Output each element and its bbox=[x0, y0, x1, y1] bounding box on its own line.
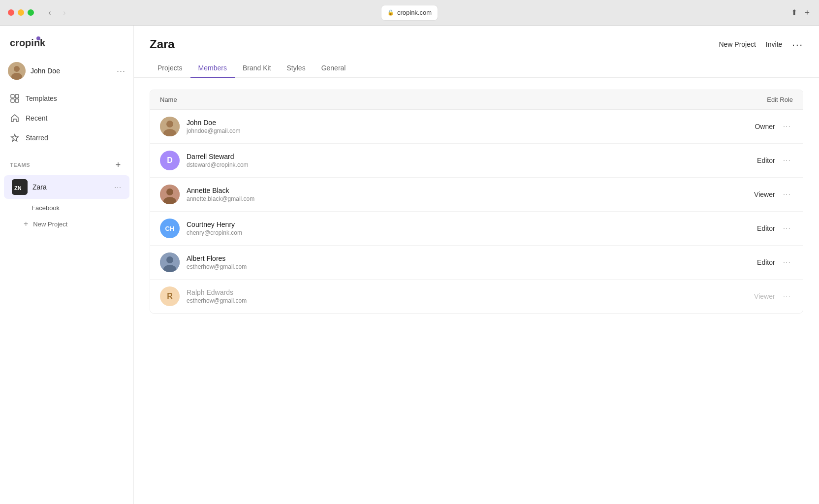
logo-svg: cropink bbox=[10, 35, 49, 49]
team-icon: ZN bbox=[12, 179, 28, 195]
member-role: Viewer bbox=[754, 292, 775, 300]
sub-items: Facebook bbox=[0, 200, 133, 216]
team-name: Zara bbox=[32, 183, 109, 191]
table-row: John Doe johndoe@gmail.com Owner ··· bbox=[150, 110, 803, 144]
table-header: Name Edit Role bbox=[150, 90, 803, 110]
team-more-button[interactable]: ··· bbox=[114, 183, 122, 191]
row-more-button[interactable]: ··· bbox=[781, 188, 793, 201]
app: cropink John Doe ··· bbox=[0, 26, 819, 504]
new-project-button[interactable]: New Project bbox=[719, 40, 756, 48]
table-row: R Ralph Edwards estherhow@gmail.com View… bbox=[150, 280, 803, 313]
member-role: Editor bbox=[757, 224, 775, 232]
avatar: CH bbox=[160, 219, 180, 238]
back-button[interactable]: ‹ bbox=[44, 7, 56, 19]
tabs: Projects Members Brand Kit Styles Genera… bbox=[134, 51, 819, 78]
tab-projects[interactable]: Projects bbox=[150, 59, 190, 78]
table-row: Albert Flores estherhow@gmail.com Editor… bbox=[150, 246, 803, 280]
row-more-button[interactable]: ··· bbox=[781, 222, 793, 235]
sidebar-item-starred[interactable]: Starred bbox=[0, 128, 133, 148]
share-button[interactable]: ⬆ bbox=[791, 8, 797, 17]
sidebar-item-label: Starred bbox=[26, 134, 48, 142]
member-info: Ralph Edwards estherhow@gmail.com bbox=[180, 288, 754, 304]
member-info: Darrell Steward dsteward@cropink.com bbox=[180, 153, 757, 168]
member-name: Darrell Steward bbox=[187, 153, 757, 160]
sub-item-label: Facebook bbox=[32, 204, 60, 212]
star-icon bbox=[10, 133, 20, 143]
tab-brand-kit[interactable]: Brand Kit bbox=[235, 59, 279, 78]
browser-nav-buttons: ‹ › bbox=[44, 7, 70, 19]
header-actions: New Project Invite ··· bbox=[719, 39, 803, 50]
member-email: johndoe@gmail.com bbox=[187, 127, 755, 134]
member-name: John Doe bbox=[187, 119, 755, 126]
avatar bbox=[160, 185, 180, 204]
sidebar-item-templates[interactable]: Templates bbox=[0, 89, 133, 108]
browser-actions: ⬆ ＋ bbox=[791, 7, 811, 18]
member-email: dsteward@cropink.com bbox=[187, 161, 757, 168]
sidebar: cropink John Doe ··· bbox=[0, 26, 134, 504]
tab-styles[interactable]: Styles bbox=[279, 59, 314, 78]
members-table: Name Edit Role John Doe johndoe@gm bbox=[150, 90, 803, 314]
user-more-button[interactable]: ··· bbox=[117, 66, 126, 76]
table-row: Annette Black annette.black@gmail.com Vi… bbox=[150, 178, 803, 212]
forward-button[interactable]: › bbox=[59, 7, 70, 19]
member-email: annette.black@gmail.com bbox=[187, 195, 754, 202]
member-name: Albert Flores bbox=[187, 254, 757, 262]
page-title: Zara bbox=[150, 37, 175, 51]
member-email: estherhow@gmail.com bbox=[187, 263, 757, 270]
row-more-button[interactable]: ··· bbox=[781, 290, 793, 303]
logo: cropink bbox=[10, 35, 124, 49]
user-name: John Doe bbox=[31, 67, 112, 75]
member-role-area: Editor ··· bbox=[757, 256, 793, 269]
add-team-button[interactable]: + bbox=[113, 159, 124, 170]
new-tab-button[interactable]: ＋ bbox=[803, 7, 811, 18]
avatar bbox=[8, 62, 26, 80]
row-more-button[interactable]: ··· bbox=[781, 120, 793, 133]
member-name: Ralph Edwards bbox=[187, 288, 754, 296]
sidebar-item-label: Templates bbox=[26, 94, 57, 102]
row-more-button[interactable]: ··· bbox=[781, 256, 793, 269]
svg-point-15 bbox=[166, 189, 173, 195]
avatar: R bbox=[160, 286, 180, 306]
avatar bbox=[160, 252, 180, 272]
member-role: Editor bbox=[757, 157, 775, 164]
svg-rect-6 bbox=[15, 94, 19, 98]
sidebar-item-label: Recent bbox=[26, 114, 47, 122]
member-email: estherhow@gmail.com bbox=[187, 297, 754, 304]
member-info: Albert Flores estherhow@gmail.com bbox=[180, 254, 757, 270]
svg-rect-5 bbox=[11, 94, 14, 98]
page-header: Zara New Project Invite ··· bbox=[134, 26, 819, 51]
member-role: Viewer bbox=[754, 190, 775, 198]
maximize-button[interactable] bbox=[28, 9, 34, 16]
grid-icon bbox=[10, 94, 20, 103]
teams-header: TEAMS + bbox=[0, 156, 133, 174]
teams-label: TEAMS bbox=[10, 162, 30, 168]
close-button[interactable] bbox=[8, 9, 14, 16]
tab-members[interactable]: Members bbox=[190, 59, 235, 78]
sidebar-item-recent[interactable]: Recent bbox=[0, 108, 133, 128]
member-role-area: Editor ··· bbox=[757, 154, 793, 167]
member-role: Owner bbox=[755, 123, 775, 130]
member-role-area: Viewer ··· bbox=[754, 188, 793, 201]
sidebar-nav: Templates Recent Starred bbox=[0, 85, 133, 152]
team-item-zara[interactable]: ZN Zara ··· bbox=[4, 175, 129, 199]
col-role: Edit Role bbox=[767, 96, 793, 103]
row-more-button[interactable]: ··· bbox=[781, 154, 793, 167]
sidebar-user[interactable]: John Doe ··· bbox=[0, 57, 133, 85]
svg-text:ZN: ZN bbox=[14, 185, 22, 191]
table-row: D Darrell Steward dsteward@cropink.com E… bbox=[150, 144, 803, 178]
table-row: CH Courtney Henry chenry@cropink.com Edi… bbox=[150, 212, 803, 246]
new-project-item[interactable]: + New Project bbox=[16, 216, 133, 232]
browser-chrome: ‹ › 🔒 cropink.com ⬆ ＋ bbox=[0, 0, 819, 26]
tab-general[interactable]: General bbox=[314, 59, 354, 78]
member-info: Courtney Henry chenry@cropink.com bbox=[180, 220, 757, 236]
sub-item-facebook[interactable]: Facebook bbox=[24, 201, 133, 215]
lock-icon: 🔒 bbox=[387, 9, 394, 16]
svg-rect-8 bbox=[15, 99, 19, 102]
member-info: Annette Black annette.black@gmail.com bbox=[180, 187, 754, 202]
page-more-button[interactable]: ··· bbox=[792, 39, 803, 50]
svg-rect-7 bbox=[11, 99, 14, 102]
invite-button[interactable]: Invite bbox=[766, 40, 782, 48]
minimize-button[interactable] bbox=[18, 9, 24, 16]
address-bar[interactable]: 🔒 cropink.com bbox=[381, 5, 438, 21]
avatar bbox=[160, 117, 180, 136]
